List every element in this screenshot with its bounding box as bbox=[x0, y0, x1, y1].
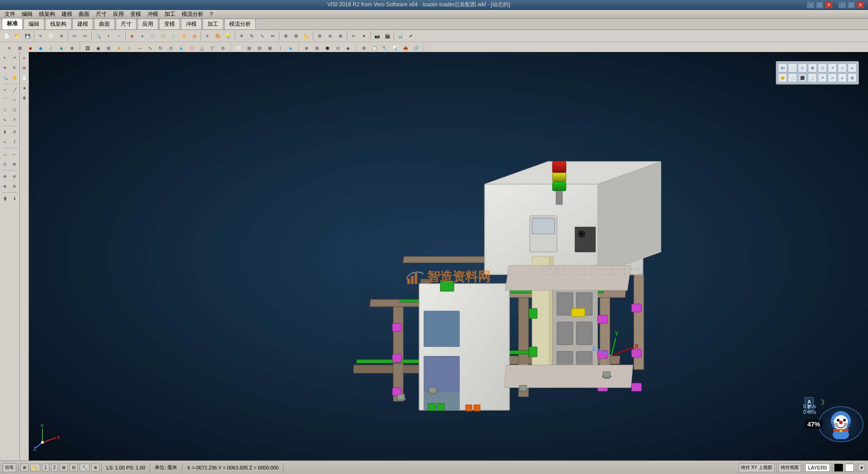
lt-spline[interactable]: ∿ bbox=[0, 115, 9, 124]
tb-open[interactable]: 📂 bbox=[12, 31, 22, 41]
menu-machining[interactable]: 加工 bbox=[162, 9, 178, 19]
tb-3d-plane[interactable]: ◻ bbox=[158, 31, 168, 41]
lt-loft[interactable]: ⤴ bbox=[10, 137, 19, 147]
tb-wp-2[interactable]: ⊞ bbox=[312, 43, 322, 53]
lp2-btn4[interactable]: ◈ bbox=[20, 83, 29, 92]
lt-bool-sub[interactable]: ⊖ bbox=[10, 172, 19, 181]
lt-fillet[interactable]: ⌓ bbox=[0, 150, 9, 159]
tb-prop-1[interactable]: ≡ bbox=[5, 43, 14, 53]
tab-edit[interactable]: 编辑 bbox=[24, 19, 44, 29]
tb-wp-1[interactable]: ⊕ bbox=[302, 43, 311, 53]
tb-undo[interactable]: ↩ bbox=[70, 31, 80, 41]
tb-prop-5[interactable]: ◇ bbox=[46, 43, 56, 53]
tb-zoom-in[interactable]: + bbox=[104, 31, 113, 41]
maximize-btn[interactable]: □ bbox=[847, 1, 855, 9]
lt-zoom[interactable]: 🔍 bbox=[0, 73, 9, 82]
vt-box-btn[interactable]: ⬜ bbox=[788, 63, 797, 72]
tab-apply[interactable]: 应用 bbox=[137, 19, 158, 29]
tb-3d-wireframe[interactable]: ◇ bbox=[169, 31, 179, 41]
vt-grid-btn[interactable]: ⊞ bbox=[808, 63, 817, 72]
lt-select2[interactable]: ↗ bbox=[10, 53, 19, 62]
tb-move[interactable]: ✛ bbox=[236, 31, 246, 41]
vt-diag2-btn[interactable]: ⤢ bbox=[828, 73, 837, 82]
viewport[interactable]: X Y Z bbox=[29, 52, 868, 460]
tb-wp-5[interactable]: ◈ bbox=[343, 43, 353, 53]
sb-control-btn[interactable]: 控车 bbox=[3, 463, 16, 472]
tb-view-6[interactable]: ◈ bbox=[286, 43, 296, 53]
menu-build[interactable]: 建模 bbox=[59, 9, 75, 19]
sb-icon4[interactable]: 2 bbox=[51, 464, 58, 471]
menu-file[interactable]: 文件 bbox=[2, 9, 18, 19]
lp2-btn1[interactable]: ≡ bbox=[20, 53, 29, 62]
lt-rect[interactable]: □ bbox=[0, 105, 9, 114]
lt-circle[interactable]: ○ bbox=[10, 95, 19, 104]
tb-boolean-int[interactable]: ⊗ bbox=[335, 31, 345, 41]
lt-split[interactable]: ⊘ bbox=[10, 182, 19, 191]
tab-dimension[interactable]: 尺寸 bbox=[116, 19, 137, 29]
tab-build[interactable]: 建模 bbox=[72, 19, 93, 29]
tab-surface[interactable]: 曲面 bbox=[94, 19, 115, 29]
sb-icon3[interactable]: 1 bbox=[42, 464, 49, 471]
vt-arrow2-btn[interactable]: ↙ bbox=[848, 63, 857, 72]
tb-sys-2[interactable]: 📋 bbox=[369, 43, 379, 53]
lt-sweep[interactable]: ⤷ bbox=[0, 137, 9, 147]
tb-zoom-out[interactable]: − bbox=[114, 31, 124, 41]
lt-poly[interactable]: ⬡ bbox=[10, 105, 19, 114]
tb-mirror[interactable]: ⇔ bbox=[268, 31, 278, 41]
sb-color-white[interactable] bbox=[845, 464, 854, 472]
tb-3d-rendered[interactable]: ◉ bbox=[189, 31, 199, 41]
menu-apply[interactable]: 应用 bbox=[110, 9, 127, 19]
tb-img-6[interactable]: ↔ bbox=[135, 43, 145, 53]
tb-explode[interactable]: ✦ bbox=[359, 31, 369, 41]
sb-icon2[interactable]: 📐 bbox=[30, 464, 40, 471]
minimize-btn[interactable]: － bbox=[838, 1, 846, 9]
tb-prop-3[interactable]: ■ bbox=[25, 43, 35, 53]
sub-minimize-btn[interactable]: － bbox=[807, 1, 815, 9]
vt-box2-btn[interactable]: ⬜ bbox=[788, 73, 797, 82]
tb-rotate[interactable]: ↻ bbox=[247, 31, 257, 41]
menu-stamp[interactable]: 冲模 bbox=[145, 9, 161, 19]
lp2-btn2[interactable]: ⊞ bbox=[20, 63, 29, 72]
tb-analyze[interactable]: 🔬 bbox=[396, 31, 406, 41]
lt-bool-union[interactable]: ⊕ bbox=[0, 172, 9, 181]
tb-view-3[interactable]: ⊟ bbox=[255, 43, 264, 53]
tb-view-1[interactable]: ⬜ bbox=[234, 43, 244, 53]
menu-help[interactable]: ? bbox=[207, 10, 216, 19]
tb-measure[interactable]: 📐 bbox=[302, 31, 311, 41]
menu-variform[interactable]: 变模 bbox=[127, 9, 144, 19]
tb-snap[interactable]: ⊕ bbox=[281, 31, 291, 41]
tb-boolean-sub[interactable]: ⊖ bbox=[325, 31, 335, 41]
lt-revolve[interactable]: ↺ bbox=[10, 128, 19, 137]
tb-3d-cyl[interactable]: ⬡ bbox=[148, 31, 158, 41]
lt-move[interactable]: ✛ bbox=[0, 63, 9, 72]
sb-color-black[interactable] bbox=[834, 464, 843, 472]
lp2-btn3[interactable]: 📄 bbox=[20, 73, 29, 82]
tb-3d-box[interactable]: ■ bbox=[127, 31, 137, 41]
tb-img-11[interactable]: ⬡ bbox=[187, 43, 197, 53]
tb-deselect[interactable]: ✕ bbox=[57, 31, 66, 41]
close-btn[interactable]: ✕ bbox=[856, 1, 864, 9]
tab-variform[interactable]: 变模 bbox=[159, 19, 180, 29]
tb-color[interactable]: 🎨 bbox=[213, 31, 223, 41]
tb-prop-4[interactable]: ◆ bbox=[36, 43, 46, 53]
lt-delete[interactable]: 🗑 bbox=[0, 194, 9, 203]
menu-wireframe[interactable]: 线架构 bbox=[36, 9, 58, 19]
sb-icon5[interactable]: ⊞ bbox=[60, 464, 68, 471]
tb-zoom-fit[interactable]: 🔍 bbox=[93, 31, 103, 41]
tb-save[interactable]: 💾 bbox=[23, 31, 33, 41]
sub-close-btn[interactable]: ✕ bbox=[825, 1, 833, 9]
lt-text[interactable]: T bbox=[10, 115, 19, 124]
tab-standard[interactable]: 标准 bbox=[2, 18, 23, 29]
tb-new[interactable]: 📄 bbox=[2, 31, 12, 41]
tab-wireframe[interactable]: 线架构 bbox=[45, 19, 71, 29]
tb-render[interactable]: 🎬 bbox=[382, 31, 392, 41]
sb-icon8[interactable]: ⊗ bbox=[91, 464, 99, 471]
vt-smiley-btn[interactable]: 😊 bbox=[778, 73, 787, 82]
tb-3d-sphere[interactable]: ● bbox=[137, 31, 147, 41]
tb-sys-4[interactable]: 📊 bbox=[390, 43, 400, 53]
lp2-btn5[interactable]: 🗑 bbox=[20, 93, 29, 102]
lt-pan[interactable]: ✋ bbox=[10, 73, 19, 82]
tb-view-5[interactable]: ↕ bbox=[275, 43, 285, 53]
tab-moldflow[interactable]: 模流分析 bbox=[224, 19, 256, 29]
tb-wp-3[interactable]: ⬟ bbox=[322, 43, 332, 53]
